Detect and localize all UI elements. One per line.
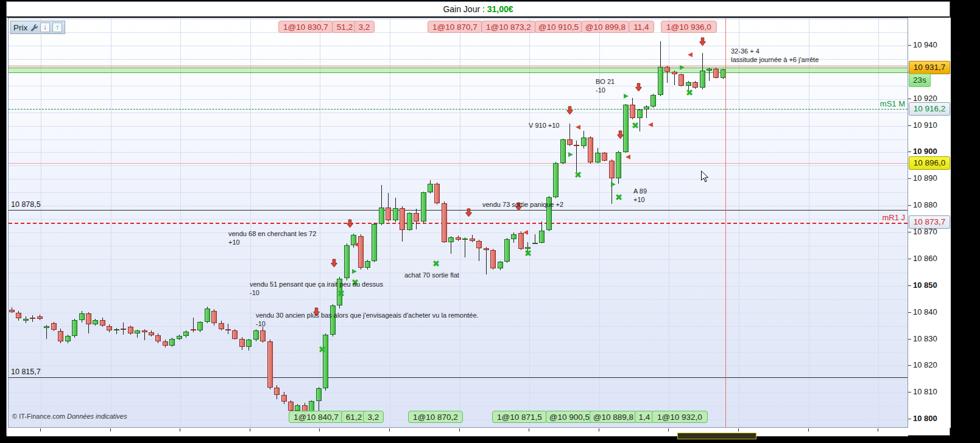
buy-order-label[interactable]: @10 889,8 xyxy=(590,411,637,423)
trade-annotation: -10 xyxy=(256,320,266,327)
sell-order-label[interactable]: 11,4 xyxy=(629,21,654,33)
sell-arrow-marker xyxy=(699,37,707,49)
h-gridline xyxy=(9,206,908,206)
candle-body xyxy=(288,402,294,411)
candle-body xyxy=(9,310,15,312)
sell-order-label[interactable]: @10 910,5 xyxy=(535,21,582,33)
candle-body xyxy=(672,72,677,74)
axis-tick-dash xyxy=(908,152,911,152)
trade-annotation: vendu 68 en cherchant les 72 xyxy=(228,230,316,237)
time-axis-tick xyxy=(250,428,250,431)
price-toolbar[interactable]: Prix ↓ ↑ xyxy=(10,21,65,34)
partial-sell-triangle-icon xyxy=(523,230,528,235)
candle-wick xyxy=(486,247,487,275)
buy-order-button[interactable]: ↑ xyxy=(52,23,62,32)
buy-order-label[interactable]: @10 900,5 xyxy=(546,411,593,423)
buy-triangle-icon xyxy=(624,94,629,99)
mouse-cursor xyxy=(700,170,710,186)
h-gridline xyxy=(9,286,908,287)
partial-sell-triangle-icon xyxy=(688,52,693,57)
gain-label: Gain Jour : xyxy=(443,4,487,14)
candle-body xyxy=(602,153,607,160)
sell-order-label[interactable]: 1@10 870,7 xyxy=(428,21,482,33)
buy-order-label[interactable]: 1@10 871,5 xyxy=(492,411,547,423)
candle-body xyxy=(484,248,489,250)
sell-order-label[interactable]: 3,2 xyxy=(354,21,375,33)
candle-wick xyxy=(465,237,465,257)
buy-triangle-icon xyxy=(568,152,573,157)
candle-body xyxy=(630,105,635,118)
h-gridline xyxy=(9,406,908,406)
trade-annotation: -10 xyxy=(250,289,259,296)
candle-body xyxy=(135,330,140,333)
h-gridline xyxy=(9,392,908,393)
sell-arrow-marker xyxy=(330,259,338,270)
candle-body xyxy=(260,330,266,341)
trade-annotation: lassitude journée à +6 j'arrête xyxy=(731,56,819,63)
candle-body xyxy=(658,67,663,95)
price-level-line xyxy=(9,66,908,66)
chart-window: Gain Jour : 31,00€ Prix ↓ ↑ © IT-Finance… xyxy=(6,1,950,436)
plot-area[interactable]: Prix ↓ ↑ © IT-Finance.com Données indica… xyxy=(8,18,908,428)
exit-cross-icon: ✚ xyxy=(629,118,643,132)
sell-arrow-marker xyxy=(635,83,643,94)
axis-tick-label: 10 890 xyxy=(913,173,937,183)
sell-order-label[interactable]: 1@10 830,7 xyxy=(278,21,333,33)
price-level-label: mR1 J xyxy=(882,213,905,222)
sell-order-label[interactable]: @10 899,8 xyxy=(581,21,630,33)
time-axis-tick xyxy=(738,428,739,431)
axis-tick-dash xyxy=(908,205,911,206)
axis-tick-dash xyxy=(908,419,911,419)
wrench-icon[interactable] xyxy=(30,24,38,32)
candle-body xyxy=(163,341,168,346)
axis-tick-dash xyxy=(908,125,911,126)
candle-body xyxy=(386,208,391,220)
trade-annotation: +10 xyxy=(633,196,645,203)
h-gridline xyxy=(9,99,908,100)
candle-body xyxy=(588,138,593,162)
buy-triangle-icon xyxy=(680,65,685,70)
candle-body xyxy=(407,213,412,229)
copyright-note: © IT-Finance.com Données indicatives xyxy=(12,413,127,420)
trade-annotation: V 910 +10 xyxy=(529,122,559,129)
axis-price-box: 10 896,0 xyxy=(909,156,950,170)
buy-order-label[interactable]: 1@10 840,7 xyxy=(289,411,344,423)
h-gridline xyxy=(9,246,908,246)
price-axis[interactable]: 10 80010 81010 82010 83010 84010 85010 8… xyxy=(908,18,951,428)
h-gridline xyxy=(9,139,908,140)
candle-body xyxy=(679,74,684,85)
axis-tick-dash xyxy=(908,178,911,179)
candle-body xyxy=(650,95,656,106)
candle-body xyxy=(623,105,629,152)
h-gridline xyxy=(9,126,908,127)
axis-price-box: 10 916,2 xyxy=(909,102,950,116)
candle-body xyxy=(225,329,231,331)
sell-order-label[interactable]: 1@10 873,2 xyxy=(481,21,536,33)
candle-body xyxy=(567,139,573,145)
sell-order-label[interactable]: 1@10 936,0 xyxy=(661,21,717,33)
candle-body xyxy=(58,331,63,341)
candle-body xyxy=(518,233,524,249)
price-level-line xyxy=(9,377,908,378)
candle-body xyxy=(281,395,287,402)
h-gridline xyxy=(9,46,908,46)
sell-order-button[interactable]: ↓ xyxy=(40,23,50,32)
candle-body xyxy=(686,82,691,86)
axis-tick-dash xyxy=(908,365,911,366)
h-gridline xyxy=(9,366,908,366)
price-level-line xyxy=(9,210,908,211)
buy-order-label[interactable]: 3,2 xyxy=(363,411,384,423)
candle-body xyxy=(121,329,126,330)
candle-body xyxy=(574,145,579,146)
axis-price-box: 10 873,7 xyxy=(909,215,950,229)
buy-triangle-icon xyxy=(611,182,616,187)
candle-body xyxy=(72,320,77,336)
h-gridline xyxy=(9,113,908,113)
axis-tick-label: 10 880 xyxy=(913,200,937,209)
price-level-line xyxy=(9,163,908,164)
time-axis-tick xyxy=(808,428,809,431)
exit-cross-icon: ✚ xyxy=(683,86,697,100)
partial-sell-triangle-icon xyxy=(626,155,630,159)
buy-order-label[interactable]: 1@10 870,2 xyxy=(408,411,463,423)
buy-order-label[interactable]: 1@10 932,0 xyxy=(652,411,708,423)
